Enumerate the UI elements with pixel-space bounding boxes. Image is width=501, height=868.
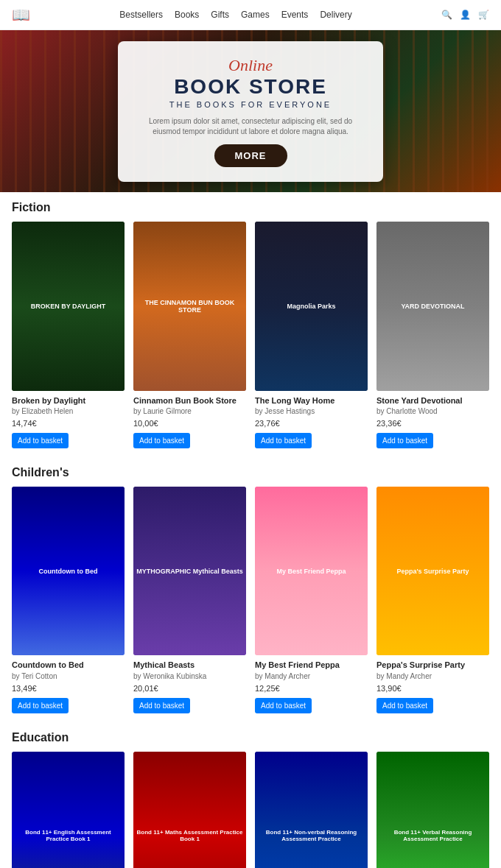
book-cover-english: Bond 11+ English Assessment Practice Boo… xyxy=(12,752,125,868)
book-cover-img-peppa1: My Best Friend Peppa xyxy=(255,487,368,656)
book-title-countdown: Countdown to Bed xyxy=(12,660,125,670)
book-price-mythical: 20,01€ xyxy=(133,684,246,693)
book-card-countdown: Countdown to Bed Countdown to Bed by Ter… xyxy=(12,487,125,713)
fiction-section: Fiction BROKEN BY DAYLIGHT Broken by Day… xyxy=(0,192,501,457)
book-title-broken: Broken by Daylight xyxy=(12,395,125,406)
nav-games[interactable]: Games xyxy=(241,10,270,20)
book-author-countdown: by Teri Cotton xyxy=(12,672,125,680)
book-price-cinnamon: 10,00€ xyxy=(133,419,246,428)
book-cover-img-stone: YARD DEVOTIONAL xyxy=(376,222,489,391)
nav-books[interactable]: Books xyxy=(175,10,199,20)
fiction-books-grid: BROKEN BY DAYLIGHT Broken by Daylight by… xyxy=(12,222,489,448)
book-card-stone: YARD DEVOTIONAL Stone Yard Devotional by… xyxy=(376,222,489,448)
nav-events[interactable]: Events xyxy=(281,10,309,20)
nav-gifts[interactable]: Gifts xyxy=(211,10,229,20)
book-title-longway: The Long Way Home xyxy=(255,395,368,406)
book-cover-peppa1: My Best Friend Peppa xyxy=(255,487,368,656)
nav-logo: 📖 xyxy=(12,6,30,24)
hero-bookstore-text: BOOK STORE xyxy=(140,75,361,99)
add-basket-stone[interactable]: Add to basket xyxy=(376,433,433,448)
book-title-cinnamon: Cinnamon Bun Book Store xyxy=(133,395,246,406)
nav-icons-group: 🔍 👤 🛒 xyxy=(441,10,489,20)
search-icon[interactable]: 🔍 xyxy=(441,10,452,20)
book-cover-img-broken: BROKEN BY DAYLIGHT xyxy=(12,222,125,391)
account-icon[interactable]: 👤 xyxy=(460,10,471,20)
navigation: 📖 Bestsellers Books Gifts Games Events D… xyxy=(0,0,501,30)
book-card-mythical: MYTHOGRAPHIC Mythical Beasts Mythical Be… xyxy=(133,487,246,713)
add-basket-countdown[interactable]: Add to basket xyxy=(12,698,69,713)
book-cover-cinnamon: THE CINNAMON BUN BOOK STORE xyxy=(133,222,246,391)
book-cover-mythical: MYTHOGRAPHIC Mythical Beasts xyxy=(133,487,246,656)
book-price-stone: 23,36€ xyxy=(376,419,489,428)
book-cover-peppa2: Peppa's Surprise Party xyxy=(376,487,489,656)
book-card-cinnamon: THE CINNAMON BUN BOOK STORE Cinnamon Bun… xyxy=(133,222,246,448)
book-title-stone: Stone Yard Devotional xyxy=(376,395,489,406)
book-title-mythical: Mythical Beasts xyxy=(133,660,246,670)
book-author-peppa1: by Mandy Archer xyxy=(255,672,368,680)
book-card-nonverbal: Bond 11+ Non-verbal Reasoning Assessment… xyxy=(255,752,368,868)
book-author-longway: by Jesse Hastings xyxy=(255,407,368,415)
fiction-title: Fiction xyxy=(12,201,489,214)
book-price-peppa2: 13,90€ xyxy=(376,684,489,693)
add-basket-mythical[interactable]: Add to basket xyxy=(133,698,190,713)
book-author-stone: by Charlotte Wood xyxy=(376,407,489,415)
book-price-broken: 14,74€ xyxy=(12,419,125,428)
hero-more-button[interactable]: MORE xyxy=(214,144,287,167)
nav-bestsellers[interactable]: Bestsellers xyxy=(119,10,163,20)
book-cover-img-countdown: Countdown to Bed xyxy=(12,487,125,656)
add-basket-longway[interactable]: Add to basket xyxy=(255,433,312,448)
cart-icon[interactable]: 🛒 xyxy=(478,10,489,20)
book-cover-img-longway: Magnolia Parks xyxy=(255,222,368,391)
education-section: Education Bond 11+ English Assessment Pr… xyxy=(0,722,501,868)
book-cover-img-nonverbal: Bond 11+ Non-verbal Reasoning Assessment… xyxy=(255,752,368,868)
book-cover-img-peppa2: Peppa's Surprise Party xyxy=(376,487,489,656)
book-card-verbal: Bond 11+ Verbal Reasoning Assessment Pra… xyxy=(376,752,489,868)
hero-subtitle: THE BOOKS FOR EVERYONE xyxy=(140,100,361,109)
book-cover-countdown: Countdown to Bed xyxy=(12,487,125,656)
book-cover-img-verbal: Bond 11+ Verbal Reasoning Assessment Pra… xyxy=(376,752,489,868)
childrens-books-grid: Countdown to Bed Countdown to Bed by Ter… xyxy=(12,487,489,713)
book-card-english: Bond 11+ English Assessment Practice Boo… xyxy=(12,752,125,868)
book-cover-img-cinnamon: THE CINNAMON BUN BOOK STORE xyxy=(133,222,246,391)
book-cover-stone: YARD DEVOTIONAL xyxy=(376,222,489,391)
book-cover-longway: Magnolia Parks xyxy=(255,222,368,391)
book-cover-verbal: Bond 11+ Verbal Reasoning Assessment Pra… xyxy=(376,752,489,868)
add-basket-peppa1[interactable]: Add to basket xyxy=(255,698,312,713)
book-price-peppa1: 12,25€ xyxy=(255,684,368,693)
education-books-grid: Bond 11+ English Assessment Practice Boo… xyxy=(12,752,489,868)
add-basket-broken[interactable]: Add to basket xyxy=(12,433,69,448)
education-title: Education xyxy=(12,731,489,744)
book-card-peppa2: Peppa's Surprise Party Peppa's Surprise … xyxy=(376,487,489,713)
book-author-broken: by Elizabeth Helen xyxy=(12,407,125,415)
book-cover-broken: BROKEN BY DAYLIGHT xyxy=(12,222,125,391)
book-cover-maths: Bond 11+ Maths Assessment Practice Book … xyxy=(133,752,246,868)
nav-links: Bestsellers Books Gifts Games Events Del… xyxy=(119,10,351,20)
book-cover-img-english: Bond 11+ English Assessment Practice Boo… xyxy=(12,752,125,868)
childrens-title: Children's xyxy=(12,466,489,479)
book-price-countdown: 13,49€ xyxy=(12,684,125,693)
hero-online-text: Online xyxy=(140,56,361,75)
childrens-section: Children's Countdown to Bed Countdown to… xyxy=(0,457,501,722)
book-card-broken: BROKEN BY DAYLIGHT Broken by Daylight by… xyxy=(12,222,125,448)
book-author-cinnamon: by Laurie Gilmore xyxy=(133,407,246,415)
book-title-peppa1: My Best Friend Peppa xyxy=(255,660,368,670)
book-cover-img-mythical: MYTHOGRAPHIC Mythical Beasts xyxy=(133,487,246,656)
hero-banner: Online BOOK STORE THE BOOKS FOR EVERYONE… xyxy=(0,30,501,192)
book-card-longway: Magnolia Parks The Long Way Home by Jess… xyxy=(255,222,368,448)
book-cover-img-maths: Bond 11+ Maths Assessment Practice Book … xyxy=(133,752,246,868)
book-price-longway: 23,76€ xyxy=(255,419,368,428)
book-card-maths: Bond 11+ Maths Assessment Practice Book … xyxy=(133,752,246,868)
hero-card: Online BOOK STORE THE BOOKS FOR EVERYONE… xyxy=(118,41,383,182)
book-cover-nonverbal: Bond 11+ Non-verbal Reasoning Assessment… xyxy=(255,752,368,868)
book-card-peppa1: My Best Friend Peppa My Best Friend Pepp… xyxy=(255,487,368,713)
book-author-mythical: by Weronika Kubinska xyxy=(133,672,246,680)
book-title-peppa2: Peppa's Surprise Party xyxy=(376,660,489,670)
hero-description: Lorem ipsum dolor sit amet, consectetur … xyxy=(140,116,361,137)
add-basket-peppa2[interactable]: Add to basket xyxy=(376,698,433,713)
nav-delivery[interactable]: Delivery xyxy=(320,10,351,20)
book-author-peppa2: by Mandy Archer xyxy=(376,672,489,680)
add-basket-cinnamon[interactable]: Add to basket xyxy=(133,433,190,448)
